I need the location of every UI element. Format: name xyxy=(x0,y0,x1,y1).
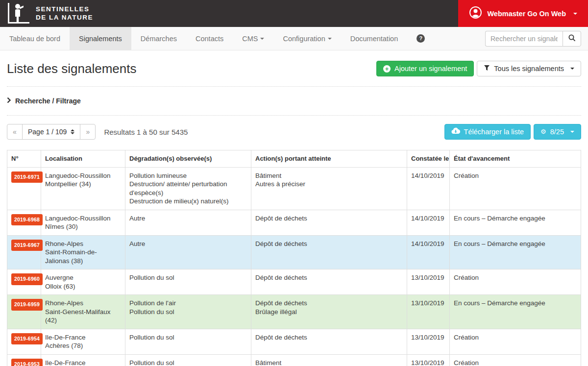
search-button[interactable] xyxy=(563,31,581,47)
cell-line: Bâtiment xyxy=(255,171,403,180)
filter-funnel-icon xyxy=(484,64,490,73)
search-input[interactable] xyxy=(485,31,563,47)
cell-actions: Dépôt de déchets xyxy=(251,210,407,235)
cell-line: Dépôt de déchets xyxy=(255,299,403,308)
table-header-row: N° Localisation Dégradation(s) observée(… xyxy=(7,150,581,168)
cell-line: Pollution lumineuse xyxy=(129,171,247,180)
cell-line: Languedoc-Roussillon xyxy=(45,171,121,180)
help-icon: ? xyxy=(416,34,425,43)
cell-localisation: Languedoc-RoussillonMontpellier (34) xyxy=(41,167,125,210)
cell-degradations: Pollution lumineuseDestruction/ atteinte… xyxy=(125,167,251,210)
table-row[interactable]: 2019-6954 Ile-De-FranceAchères (78) Poll… xyxy=(7,329,581,354)
cell-localisation: Ile-De-FranceAchères (78) xyxy=(41,329,125,354)
nav-item-4[interactable]: CMS xyxy=(233,27,273,50)
nav-item-3[interactable]: Contacts xyxy=(186,27,233,50)
cell-number: 2019-6968 xyxy=(7,210,41,235)
cell-number: 2019-6960 xyxy=(7,269,41,295)
cell-line: Olloix (63) xyxy=(45,282,121,291)
toolbar-actions: Télécharger la liste ⚙ 8/25 xyxy=(444,124,581,140)
user-menu-button[interactable]: Webmaster Go On Web xyxy=(458,0,588,27)
nav-item-label: Contacts xyxy=(196,35,223,43)
report-id-badge[interactable]: 2019-6971 xyxy=(11,171,43,183)
cell-date: 13/10/2019 xyxy=(407,295,450,329)
cell-line: Pollution du sol xyxy=(129,273,247,282)
cell-line: Pollution de l'air xyxy=(129,299,247,308)
add-report-label: Ajouter un signalement xyxy=(394,64,467,73)
columns-count-label: 8/25 xyxy=(550,127,564,136)
cell-line: Saint-Romain-de-Jalionas (38) xyxy=(45,248,121,265)
table-row[interactable]: 2019-6968 Languedoc-RoussillonNîmes (30)… xyxy=(7,210,581,235)
pagination: « Page 1 / 109 » xyxy=(7,124,96,140)
page-actions: + Ajouter un signalement Tous les signal… xyxy=(376,61,581,76)
cell-line: Ile-De-France xyxy=(45,359,121,366)
page-select[interactable]: Page 1 / 109 xyxy=(22,124,80,140)
plus-circle-icon: + xyxy=(383,65,391,73)
cell-localisation: AuvergneOlloix (63) xyxy=(41,269,125,295)
report-id-badge[interactable]: 2019-6960 xyxy=(11,273,43,285)
cell-localisation: Rhone-AlpesSaint-Romain-de-Jalionas (38) xyxy=(41,235,125,269)
cell-localisation: Languedoc-RoussillonNîmes (30) xyxy=(41,210,125,235)
cell-actions: BâtimentDépôt de déchets xyxy=(251,354,407,366)
cell-degradations: Autre xyxy=(125,235,251,269)
cell-line: Rhone-Alpes xyxy=(45,240,121,248)
cell-actions: Dépôt de déchetsBrûlage illégal xyxy=(251,295,407,329)
nav-search-group xyxy=(485,31,581,47)
main-content: Liste des signalements + Ajouter un sign… xyxy=(0,59,588,366)
column-header-status: État d'avancement xyxy=(450,150,581,168)
report-scope-dropdown[interactable]: Tous les signalements xyxy=(477,61,581,76)
nav-item-6[interactable]: Documentation xyxy=(341,27,408,50)
search-filter-label: Recherche / Filtrage xyxy=(15,97,81,105)
previous-page-button[interactable]: « xyxy=(7,124,23,140)
table-row[interactable]: 2019-6971 Languedoc-RoussillonMontpellie… xyxy=(7,167,581,210)
add-report-button[interactable]: + Ajouter un signalement xyxy=(376,61,474,76)
cell-degradations: Pollution du sol xyxy=(125,354,251,366)
gear-icon: ⚙ xyxy=(540,127,546,136)
cell-etat: Création xyxy=(450,329,581,354)
cell-line: Dépôt de déchets xyxy=(255,214,403,223)
download-list-label: Télécharger la liste xyxy=(464,127,524,136)
column-header-degradations: Dégradation(s) observée(s) xyxy=(125,150,251,168)
nav-item-help[interactable]: ? xyxy=(407,27,434,50)
brand-line-2: de la nature xyxy=(36,14,93,22)
report-id-badge[interactable]: 2019-6953 xyxy=(11,359,43,366)
chevron-down-icon xyxy=(573,13,577,15)
user-icon xyxy=(469,6,482,21)
table-row[interactable]: 2019-6960 AuvergneOlloix (63) Pollution … xyxy=(7,269,581,295)
cell-line: Montpellier (34) xyxy=(45,180,121,189)
report-id-badge[interactable]: 2019-6954 xyxy=(11,333,43,345)
cell-line: Autre xyxy=(129,240,247,248)
cell-line: Ile-De-France xyxy=(45,333,121,342)
chevron-down-icon xyxy=(570,131,574,133)
report-id-badge[interactable]: 2019-6968 xyxy=(11,214,43,226)
brand-name: Sentinelles de la nature xyxy=(36,5,93,22)
cell-degradations: Autre xyxy=(125,210,251,235)
column-header-localisation: Localisation xyxy=(41,150,125,168)
cell-actions: Dépôt de déchets xyxy=(251,329,407,354)
nav-item-0[interactable]: Tableau de bord xyxy=(0,27,70,50)
next-page-button[interactable]: » xyxy=(80,124,96,140)
chevron-down-icon xyxy=(328,38,332,40)
table-row[interactable]: 2019-6953 Ile-De-FranceConflans-Sainte-H… xyxy=(7,354,581,366)
nav-item-label: Documentation xyxy=(350,35,398,43)
report-scope-label: Tous les signalements xyxy=(494,64,564,73)
brand-logo[interactable]: Sentinelles de la nature xyxy=(0,0,93,27)
table-row[interactable]: 2019-6959 Rhone-AlpesSaint-Genest-Malifa… xyxy=(7,295,581,329)
report-id-badge[interactable]: 2019-6967 xyxy=(11,240,43,251)
table-body: 2019-6971 Languedoc-RoussillonMontpellie… xyxy=(7,167,581,366)
columns-settings-button[interactable]: ⚙ 8/25 xyxy=(534,124,581,140)
cell-line: Nîmes (30) xyxy=(45,222,121,231)
search-filter-toggle[interactable]: Recherche / Filtrage xyxy=(7,87,581,115)
chevron-down-icon xyxy=(570,68,574,70)
download-list-button[interactable]: Télécharger la liste xyxy=(444,124,531,140)
nav-item-5[interactable]: Configuration xyxy=(273,27,341,50)
cell-date: 14/10/2019 xyxy=(407,235,450,269)
cell-etat: Création xyxy=(450,354,581,366)
report-id-badge[interactable]: 2019-6959 xyxy=(11,299,43,311)
cell-line: Dépôt de déchets xyxy=(255,240,403,248)
cell-line: Dépôt de déchets xyxy=(255,273,403,282)
nav-item-2[interactable]: Démarches xyxy=(131,27,186,50)
table-row[interactable]: 2019-6967 Rhone-AlpesSaint-Romain-de-Jal… xyxy=(7,235,581,269)
nav-item-1[interactable]: Signalements xyxy=(70,27,131,50)
divider xyxy=(7,115,581,116)
chevron-down-icon xyxy=(260,38,264,40)
